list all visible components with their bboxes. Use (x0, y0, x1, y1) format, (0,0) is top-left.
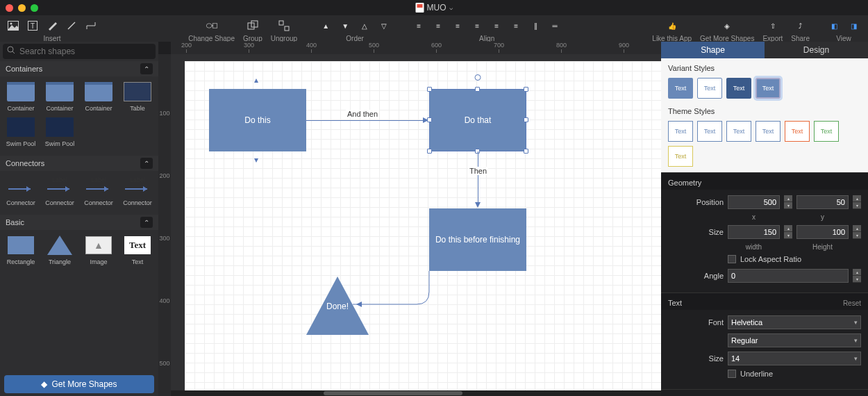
distribute-v-icon[interactable]: ═ (549, 19, 561, 32)
distribute-h-icon[interactable]: ‖ (529, 19, 542, 32)
theme-style[interactable]: Text (668, 146, 693, 167)
zoom-icon[interactable] (31, 4, 38, 12)
align-top-icon[interactable]: ≡ (471, 19, 483, 32)
position-y-input[interactable]: 50 (796, 195, 849, 209)
image-shape-item[interactable]: ▲Image (79, 234, 118, 265)
change-shape-icon[interactable] (206, 19, 218, 32)
theme-style[interactable]: Text (726, 121, 751, 142)
scrollbar-horizontal[interactable] (171, 390, 661, 396)
collapse-icon[interactable]: ⌃ (140, 158, 153, 169)
resize-handle[interactable] (427, 149, 432, 154)
resize-handle[interactable] (524, 149, 528, 154)
connector-label[interactable]: And then (346, 110, 379, 118)
send-backward-icon[interactable]: ▽ (378, 19, 390, 32)
connector[interactable] (306, 120, 424, 121)
rotate-handle[interactable] (475, 74, 481, 81)
theme-style[interactable]: Text (697, 121, 722, 142)
bring-forward-icon[interactable]: △ (358, 19, 371, 32)
connector-icon[interactable] (85, 19, 97, 32)
tab-design[interactable]: Design (765, 42, 868, 58)
variant-style[interactable]: Text (668, 78, 693, 99)
reset-button[interactable]: Reset (843, 299, 861, 307)
connector-item[interactable]: LabelConnector (40, 175, 79, 206)
close-icon[interactable] (6, 4, 13, 12)
connector-item[interactable]: LabelConnector (79, 175, 118, 206)
variant-style-selected[interactable]: Text (756, 78, 781, 99)
text-shape-item[interactable]: TextText (118, 234, 157, 265)
angle-input[interactable]: 0 (728, 269, 849, 283)
text-box-icon[interactable]: T (26, 19, 39, 32)
width-input[interactable]: 150 (728, 225, 780, 239)
resize-handle[interactable] (427, 117, 432, 122)
font-size-select[interactable]: 14 (728, 352, 861, 365)
position-x-input[interactable]: 500 (728, 195, 780, 209)
like-icon[interactable]: 👍 (666, 19, 678, 32)
stepper[interactable]: ▴▾ (853, 225, 861, 239)
weight-select[interactable]: Regular (728, 333, 861, 347)
lock-aspect-checkbox[interactable] (728, 255, 736, 263)
shape-do-this[interactable]: Do this (209, 89, 306, 151)
table-shape-item[interactable]: Table (118, 81, 157, 112)
chevron-down-icon[interactable]: ▾ (254, 155, 258, 165)
sidebar-left-icon[interactable]: ◧ (828, 19, 840, 32)
triangle-shape-item[interactable]: Triangle (40, 234, 79, 265)
group-icon[interactable] (247, 19, 259, 32)
height-input[interactable]: 100 (796, 225, 849, 239)
more-shapes-icon[interactable]: ◈ (721, 19, 733, 32)
theme-style[interactable]: Text (756, 121, 781, 142)
sidebar-right-icon[interactable]: ◨ (847, 19, 860, 32)
swimpool-shape-item[interactable]: Swim Pool (40, 116, 79, 147)
stepper[interactable]: ▴▾ (853, 269, 861, 283)
export-icon[interactable]: ⇧ (767, 19, 779, 32)
window-title[interactable]: MUO ⌵ (416, 3, 453, 13)
get-more-shapes-button[interactable]: ◆ Get More Shapes (4, 375, 154, 393)
stepper[interactable]: ▴▾ (784, 195, 792, 209)
send-back-icon[interactable]: ▼ (339, 19, 351, 32)
bring-front-icon[interactable]: ▲ (319, 19, 332, 32)
page[interactable]: Do this ▴ ▾ And then Do that (185, 61, 661, 396)
theme-style[interactable]: Text (668, 121, 693, 142)
variant-style[interactable]: Text (726, 78, 751, 99)
align-right-icon[interactable]: ≡ (451, 19, 464, 32)
resize-handle[interactable] (427, 87, 432, 92)
resize-handle[interactable] (524, 87, 528, 92)
theme-style[interactable]: Text (814, 121, 839, 142)
canvas[interactable]: Do this ▴ ▾ And then Do that (171, 54, 661, 396)
search-input[interactable] (3, 44, 156, 59)
tab-shape[interactable]: Shape (661, 42, 765, 58)
align-center-icon[interactable]: ≡ (432, 19, 444, 32)
svg-point-11 (8, 47, 13, 52)
font-select[interactable]: Helvetica (728, 315, 861, 329)
rectangle-shape-item[interactable]: Rectangle (1, 234, 40, 265)
container-shape-item[interactable]: Container (79, 81, 118, 112)
collapse-icon[interactable]: ⌃ (140, 217, 153, 228)
connector-item[interactable]: LabelConnector (118, 175, 157, 206)
image-icon[interactable] (7, 19, 19, 32)
size-label: Size (668, 228, 724, 236)
resize-handle[interactable] (475, 87, 480, 92)
shape-before-finishing[interactable]: Do this before finishing (429, 208, 526, 271)
align-bottom-icon[interactable]: ≡ (510, 19, 522, 32)
connector[interactable] (478, 151, 478, 204)
connector-label[interactable]: Then (468, 167, 488, 175)
swimpool-shape-item[interactable]: Swim Pool (1, 116, 40, 147)
connector-item[interactable]: Connector (1, 175, 40, 206)
stepper[interactable]: ▴▾ (853, 195, 861, 209)
underline-checkbox[interactable] (728, 370, 736, 378)
stepper[interactable]: ▴▾ (784, 225, 792, 239)
resize-handle[interactable] (524, 117, 528, 122)
minimize-icon[interactable] (18, 4, 26, 12)
ungroup-icon[interactable] (278, 19, 290, 32)
align-left-icon[interactable]: ≡ (412, 19, 425, 32)
pencil-icon[interactable] (46, 19, 58, 32)
chevron-up-icon[interactable]: ▴ (254, 75, 258, 85)
align-middle-icon[interactable]: ≡ (490, 19, 503, 32)
container-shape-item[interactable]: Container (40, 81, 79, 112)
collapse-icon[interactable]: ⌃ (140, 63, 153, 74)
container-shape-item[interactable]: Container (1, 81, 40, 112)
variant-style[interactable]: Text (697, 78, 722, 99)
line-icon[interactable] (65, 19, 78, 32)
shape-do-that[interactable]: Do that (429, 89, 526, 151)
theme-style[interactable]: Text (785, 121, 810, 142)
share-icon[interactable]: ⤴ (794, 19, 807, 32)
